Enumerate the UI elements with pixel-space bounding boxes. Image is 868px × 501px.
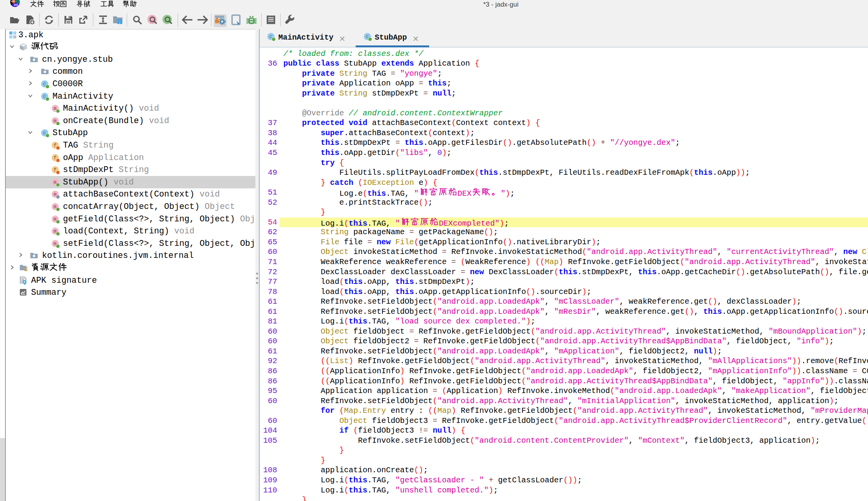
svg-text:DX: DX xyxy=(14,3,18,7)
svg-text:JA: JA xyxy=(11,0,15,3)
